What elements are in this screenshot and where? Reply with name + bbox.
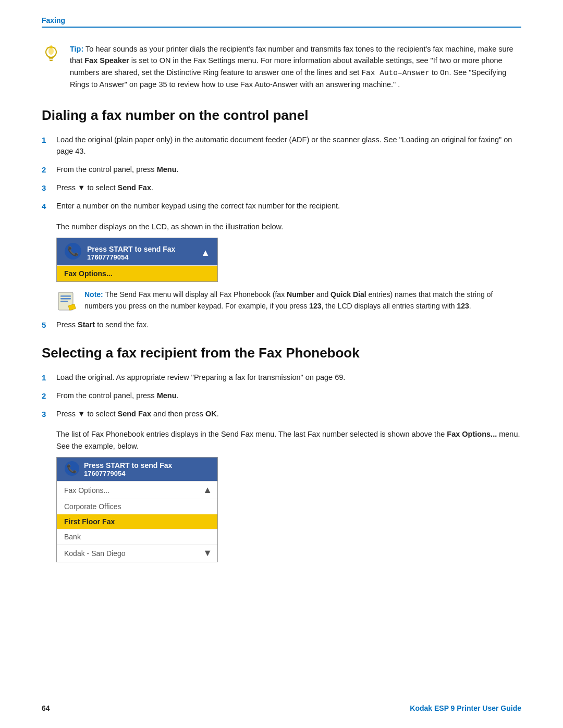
tip-body: To hear sounds as your printer dials the… bbox=[70, 45, 513, 89]
step-num: 4 bbox=[42, 200, 56, 212]
tip-box: Tip: To hear sounds as your printer dial… bbox=[42, 43, 521, 91]
svg-rect-10 bbox=[60, 298, 71, 300]
note-box: Note: The Send Fax menu will display all… bbox=[56, 289, 521, 312]
lcd-header-row: 📞 Press START to send Fax 17607779054 ▲ bbox=[57, 238, 217, 265]
note-icon bbox=[56, 290, 77, 311]
lcd2-header: 📞 Press START to send Fax 17607779054 bbox=[57, 458, 217, 481]
lcd-up-arrow: ▲ bbox=[201, 248, 212, 258]
step-1-2: 2 From the control panel, press Menu. bbox=[42, 164, 521, 176]
step-2-3: 3 Press ▼ to select Send Fax and then pr… bbox=[42, 408, 521, 420]
step-content: From the control panel, press Menu. bbox=[56, 390, 521, 401]
step-1-5: 5 Press Start to send the fax. bbox=[42, 319, 521, 331]
svg-text:📞: 📞 bbox=[67, 245, 79, 257]
step-num: 3 bbox=[42, 182, 56, 194]
step-num: 3 bbox=[42, 408, 56, 420]
section1-steps: 1 Load the original (plain paper only) i… bbox=[42, 134, 521, 213]
lcd-options-text: Fax Options... bbox=[64, 269, 113, 278]
lcd2-row-first-floor: First Floor Fax bbox=[57, 514, 217, 529]
step-num: 2 bbox=[42, 390, 56, 402]
step-content: Press ▼ to select Send Fax. bbox=[56, 182, 521, 193]
page-header: Faxing bbox=[42, 16, 521, 28]
step-num: 1 bbox=[42, 372, 56, 384]
lcd-illustration-2: 📞 Press START to send Fax 17607779054 Fa… bbox=[56, 457, 218, 562]
step-2-2: 2 From the control panel, press Menu. bbox=[42, 390, 521, 402]
tip-label: Tip: bbox=[70, 45, 83, 53]
svg-rect-11 bbox=[60, 301, 68, 302]
lightbulb-icon bbox=[42, 44, 60, 63]
lcd-line2: 17607779054 bbox=[87, 253, 175, 261]
sub-para-1: The number displays on the LCD, as shown… bbox=[56, 221, 521, 232]
phone-icon: 📞 bbox=[64, 242, 82, 263]
lcd2-down-arrow: ▼ bbox=[203, 548, 212, 559]
lcd2-header-line2: 17607779054 bbox=[84, 470, 172, 477]
step-content: Press ▼ to select Send Fax and then pres… bbox=[56, 408, 521, 419]
lcd2-row-options: Fax Options... ▲ bbox=[57, 481, 217, 499]
section2-steps: 1 Load the original. As appropriate revi… bbox=[42, 372, 521, 421]
lcd2-row-corp: Corporate Offices bbox=[57, 499, 217, 514]
step-num: 2 bbox=[42, 164, 56, 176]
section2-heading: Selecting a fax recipient from the Fax P… bbox=[42, 345, 521, 361]
lcd2-row-text: Kodak - San Diego bbox=[64, 549, 126, 558]
phone-icon2: 📞 bbox=[64, 461, 80, 478]
lcd2-row-kodak: Kodak - San Diego ▼ bbox=[57, 544, 217, 562]
step-1-4: 4 Enter a number on the number keypad us… bbox=[42, 200, 521, 212]
step-content: Load the original (plain paper only) in … bbox=[56, 134, 521, 157]
svg-line-4 bbox=[47, 47, 48, 48]
step-content: Press Start to send the fax. bbox=[56, 319, 521, 330]
lcd2-row-text: Bank bbox=[64, 533, 81, 541]
tip-text: Tip: To hear sounds as your printer dial… bbox=[70, 43, 521, 91]
step-2-1: 1 Load the original. As appropriate revi… bbox=[42, 372, 521, 384]
step-content: Enter a number on the number keypad usin… bbox=[56, 200, 521, 212]
lcd2-row-text: Fax Options... bbox=[64, 486, 109, 495]
step-1-3: 3 Press ▼ to select Send Fax. bbox=[42, 182, 521, 194]
lcd-top-text: Press START to send Fax 17607779054 bbox=[87, 245, 175, 261]
svg-rect-9 bbox=[60, 295, 71, 297]
svg-point-2 bbox=[50, 46, 52, 48]
svg-point-1 bbox=[48, 47, 54, 55]
lcd-illustration-1: 📞 Press START to send Fax 17607779054 ▲ … bbox=[56, 238, 218, 282]
lcd2-header-line1: Press START to send Fax bbox=[84, 461, 172, 470]
lcd-options-row: Fax Options... bbox=[57, 265, 217, 281]
lcd2-row-text: Corporate Offices bbox=[64, 502, 121, 511]
svg-line-5 bbox=[55, 47, 56, 48]
step-content: Load the original. As appropriate review… bbox=[56, 372, 521, 383]
note-label: Note: bbox=[84, 290, 103, 299]
phone-svg: 📞 bbox=[64, 242, 82, 260]
section1-heading: Dialing a fax number on the control pane… bbox=[42, 107, 521, 124]
note-text: Note: The Send Fax menu will display all… bbox=[84, 289, 521, 312]
sub-para-2: The list of Fax Phonebook entries displa… bbox=[56, 428, 521, 452]
step-1-1: 1 Load the original (plain paper only) i… bbox=[42, 134, 521, 157]
step-num: 5 bbox=[42, 319, 56, 331]
footer-page-number: 64 bbox=[42, 704, 50, 712]
section1-step5: 5 Press Start to send the fax. bbox=[42, 319, 521, 331]
svg-text:📞: 📞 bbox=[67, 464, 77, 474]
lcd2-up-arrow: ▲ bbox=[203, 485, 212, 496]
lcd2-header-text: Press START to send Fax 17607779054 bbox=[84, 461, 172, 477]
phone-svg2: 📞 bbox=[64, 461, 80, 476]
footer-guide-title: Kodak ESP 9 Printer User Guide bbox=[410, 704, 521, 712]
lcd2-row-bank: Bank bbox=[57, 529, 217, 544]
lcd-line1: Press START to send Fax bbox=[87, 245, 175, 253]
step-content: From the control panel, press Menu. bbox=[56, 164, 521, 175]
step-num: 1 bbox=[42, 134, 56, 146]
header-title: Faxing bbox=[42, 16, 65, 24]
lcd2-row-text: First Floor Fax bbox=[64, 517, 115, 526]
page-footer: 64 Kodak ESP 9 Printer User Guide bbox=[42, 704, 521, 712]
